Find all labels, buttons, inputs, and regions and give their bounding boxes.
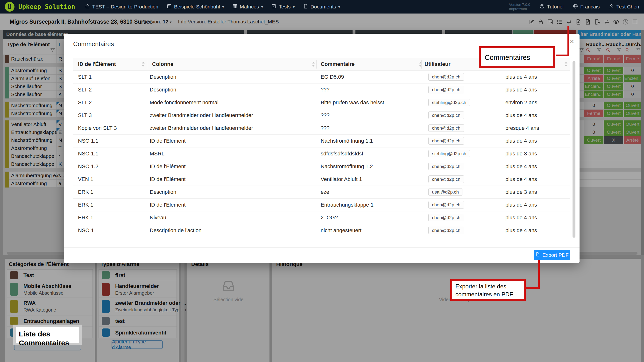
user-badge: stehling@d2p.ch xyxy=(428,150,470,157)
nav-item-label: Documents xyxy=(310,4,336,10)
user-badge: chen@d2p.ch xyxy=(428,175,464,183)
user-badge: chen@d2p.ch xyxy=(428,227,464,234)
annotation-text: Liste des xyxy=(19,330,79,338)
nav-item-label: Matrices xyxy=(240,4,259,10)
nav-item-tests[interactable]: Tests ▾ xyxy=(271,3,294,10)
nav-item-test-project[interactable]: TEST – Design-to-Production xyxy=(85,3,158,10)
user-badge: chen@d2p.ch xyxy=(428,163,464,170)
version-number: Version 7.0.0 xyxy=(509,2,530,7)
annotation-connector-export xyxy=(526,287,540,289)
sort-icon[interactable] xyxy=(141,61,145,67)
user-badge: chen@d2p.ch xyxy=(428,124,464,132)
modal-title: Commentaires xyxy=(73,40,114,48)
user-badge: chen@d2p.ch xyxy=(428,201,464,209)
language-selector[interactable]: Français xyxy=(573,3,600,10)
top-navbar: U Upkeep Solution TEST – Design-to-Produ… xyxy=(0,0,644,13)
annotation-connector-comments xyxy=(568,26,569,56)
user-badge: chen@d2p.ch xyxy=(428,214,464,221)
nav-item-documents[interactable]: Documents ▾ xyxy=(303,3,340,10)
home-icon xyxy=(85,3,90,10)
question-circle-icon xyxy=(540,3,545,10)
user-badge: chen@d2p.ch xyxy=(428,111,464,119)
user-name: Test Chen xyxy=(616,4,639,10)
check-square-icon xyxy=(271,3,276,10)
comment-row: Kopie von SLT 3zweiter Brandmelder oder … xyxy=(73,122,570,135)
col-header-utilisateur[interactable]: Utilisateur xyxy=(424,58,450,70)
comment-row: NSÖ 1.2ID de l'ElémentNachströmöffnung 1… xyxy=(73,160,570,173)
col-header-colonne[interactable]: Colonne xyxy=(152,58,174,70)
comments-modal: Commentaires × ID de l'Élément Colonne C… xyxy=(64,34,580,263)
nav-item-beispiele[interactable]: Beispiele Schönbühl ▾ xyxy=(166,3,224,10)
header-divider xyxy=(148,60,148,68)
header-divider xyxy=(316,60,316,68)
nav-item-label: Tests xyxy=(279,4,290,10)
brand-title: Upkeep Solution xyxy=(18,3,75,10)
nav-menu: TEST – Design-to-Production Beispiele Sc… xyxy=(85,3,340,10)
modal-footer-divider xyxy=(64,247,580,248)
impressum-link[interactable]: Impressum xyxy=(509,7,530,11)
col-header-commentaire[interactable]: Commentaire xyxy=(321,58,355,70)
annotation-text: Commentaires xyxy=(19,338,79,347)
user-badge: chen@d2p.ch xyxy=(428,73,464,81)
nav-item-label: Beispiele Schönbühl xyxy=(174,4,220,10)
board-icon xyxy=(166,3,172,10)
annotation-box-list: Liste des Commentaires xyxy=(13,325,82,345)
comment-row: NSÖ 1.1MSRLsdfdsfsdfsdfdsfdsfstehling@d2… xyxy=(73,147,570,160)
comment-row: ERK 1ID de l'ElémentEntrauchungsklappe 1… xyxy=(73,198,570,211)
close-icon[interactable]: × xyxy=(570,37,574,45)
comment-row: NSÖ 1.1ID de l'ElémentNachströmöffnung 1… xyxy=(73,134,570,147)
chevron-down-icon: ▾ xyxy=(261,4,263,9)
nav-item-label: TEST – Design-to-Production xyxy=(92,4,158,10)
tutorial-button[interactable]: Tutoriel xyxy=(540,3,564,10)
comment-row: SLT 3zweiter Brandmelder oder Handfeuerm… xyxy=(73,109,570,122)
globe-icon xyxy=(573,3,578,10)
user-icon xyxy=(609,3,614,10)
annotation-connector-export xyxy=(538,260,540,289)
tutorial-label: Tutoriel xyxy=(547,4,564,10)
grid-icon xyxy=(232,3,238,10)
chevron-down-icon: ▾ xyxy=(338,4,340,9)
user-badge: chen@d2p.ch xyxy=(428,86,464,93)
comment-row: ERK 1Niveau2 .OG?chen@d2p.chplus de 4 an… xyxy=(73,211,570,224)
nav-item-matrices[interactable]: Matrices ▾ xyxy=(232,3,263,10)
language-label: Français xyxy=(580,4,600,10)
comment-row: SLT 1DescriptionEG D5.09chen@d2p.chplus … xyxy=(73,70,570,83)
export-pdf-button[interactable]: Export PDF xyxy=(534,250,570,260)
chevron-down-icon: ▾ xyxy=(293,4,294,9)
app-root: U Upkeep Solution TEST – Design-to-Produ… xyxy=(0,0,644,362)
annotation-box-comments: Commentaires xyxy=(479,46,555,68)
pdf-file-icon xyxy=(535,252,540,258)
comment-row: SLT 2Description???chen@d2p.chplus de 4 … xyxy=(73,83,570,96)
document-icon xyxy=(303,3,308,10)
comment-row: VEN 1ID de l'ElémentVentilator Abluft 1c… xyxy=(73,173,570,186)
nav-right: Version 7.0.0 Impressum Tutoriel Françai… xyxy=(509,0,639,13)
annotation-text: commentaires en PDF xyxy=(456,290,524,298)
modal-scrollbar[interactable] xyxy=(572,61,576,238)
comment-row: NSÖ 1Description de l'actionnicht angest… xyxy=(73,224,570,237)
upkeep-logo[interactable]: U xyxy=(5,2,14,11)
annotation-connector-comments xyxy=(556,54,569,56)
col-header-element-id[interactable]: ID de l'Élément xyxy=(78,58,116,70)
sort-icon[interactable] xyxy=(312,61,315,67)
annotation-box-export: Exporter la liste des commentaires en PD… xyxy=(450,279,526,301)
user-badge: chen@d2p.ch xyxy=(428,137,464,145)
export-pdf-label: Export PDF xyxy=(542,252,569,258)
user-menu[interactable]: Test Chen xyxy=(609,3,639,10)
user-badge: usai@d2p.ch xyxy=(428,188,462,196)
chevron-down-icon: ▾ xyxy=(222,4,224,9)
comment-row: ERK 1Descriptionezeusai@d2p.chplus de 3 … xyxy=(73,186,570,199)
comment-row: SLT 2Mode fonctionnement normalBitte prü… xyxy=(73,96,570,109)
annotation-text: Exporter la liste des xyxy=(456,282,524,290)
user-badge: stehling@d2p.ch xyxy=(428,99,470,106)
sort-icon[interactable] xyxy=(564,61,568,67)
header-divider xyxy=(421,60,422,68)
version-info: Version 7.0.0 Impressum xyxy=(509,2,530,11)
annotation-text: Commentaires xyxy=(485,53,553,61)
